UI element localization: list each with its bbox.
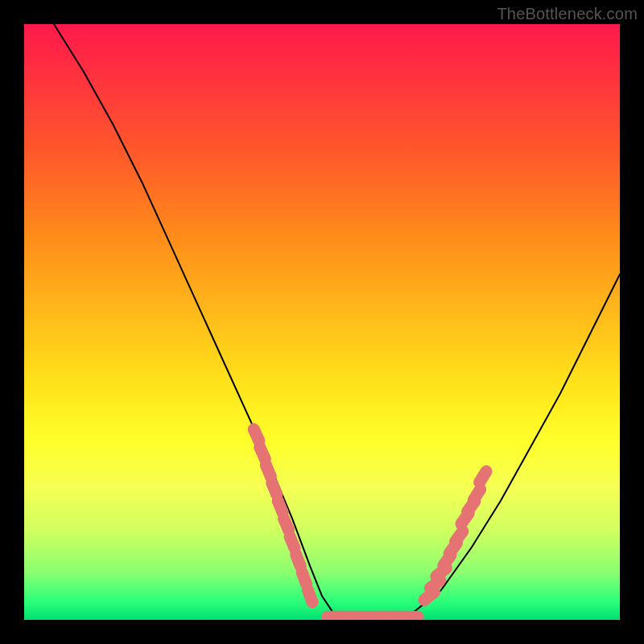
marker <box>399 611 424 620</box>
marker <box>471 463 494 490</box>
marker <box>300 582 320 609</box>
plot-area <box>24 24 620 620</box>
curve-overlay <box>24 24 620 620</box>
watermark-text: TheBottleneck.com <box>497 5 638 23</box>
bottleneck-curve <box>54 24 620 620</box>
marker-group <box>246 421 494 620</box>
chart-frame: TheBottleneck.com <box>0 0 644 644</box>
